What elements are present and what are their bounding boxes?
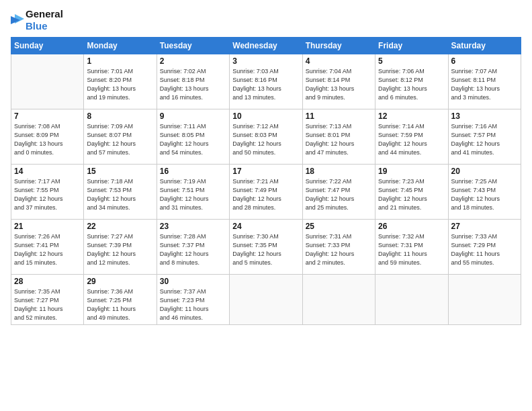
calendar-cell: 5Sunrise: 7:06 AM Sunset: 8:12 PM Daylig… [375,54,448,109]
day-info: Sunrise: 7:14 AM Sunset: 7:59 PM Dayligh… [378,122,445,157]
day-number: 22 [87,222,153,231]
day-info: Sunrise: 7:31 AM Sunset: 7:33 PM Dayligh… [306,232,372,267]
day-number: 11 [306,111,372,121]
day-info: Sunrise: 7:06 AM Sunset: 8:12 PM Dayligh… [378,67,445,102]
day-info: Sunrise: 7:01 AM Sunset: 8:20 PM Dayligh… [87,67,153,102]
day-number: 10 [232,111,299,121]
calendar-cell: 4Sunrise: 7:04 AM Sunset: 8:14 PM Daylig… [302,54,375,109]
logo-general-text: General [26,8,63,19]
day-number: 8 [87,111,153,121]
calendar-cell: 29Sunrise: 7:36 AM Sunset: 7:25 PM Dayli… [84,275,157,325]
page: GeneralBlue SundayMondayTuesdayWednesday… [0,0,532,411]
calendar-cell [448,275,521,325]
calendar-cell: 21Sunrise: 7:26 AM Sunset: 7:41 PM Dayli… [11,220,84,275]
calendar-cell [375,275,448,325]
weekday-header-saturday: Saturday [448,38,521,54]
day-info: Sunrise: 7:02 AM Sunset: 8:18 PM Dayligh… [160,67,226,102]
calendar-cell: 10Sunrise: 7:12 AM Sunset: 8:03 PM Dayli… [230,109,302,165]
calendar-cell: 16Sunrise: 7:19 AM Sunset: 7:51 PM Dayli… [157,165,229,220]
weekday-header-thursday: Thursday [302,38,375,54]
calendar-cell: 3Sunrise: 7:03 AM Sunset: 8:16 PM Daylig… [230,54,302,109]
header: GeneralBlue [11,8,521,32]
calendar-cell: 19Sunrise: 7:23 AM Sunset: 7:45 PM Dayli… [375,165,448,220]
calendar-cell: 20Sunrise: 7:25 AM Sunset: 7:43 PM Dayli… [448,165,521,220]
calendar-cell: 6Sunrise: 7:07 AM Sunset: 8:11 PM Daylig… [448,54,521,109]
day-info: Sunrise: 7:30 AM Sunset: 7:35 PM Dayligh… [232,232,299,267]
day-number: 6 [451,56,518,66]
weekday-header-friday: Friday [375,38,448,54]
calendar-cell: 24Sunrise: 7:30 AM Sunset: 7:35 PM Dayli… [230,220,302,275]
day-number: 20 [451,167,518,176]
day-number: 18 [306,167,372,176]
day-info: Sunrise: 7:12 AM Sunset: 8:03 PM Dayligh… [232,122,299,157]
day-info: Sunrise: 7:09 AM Sunset: 8:07 PM Dayligh… [87,122,153,157]
calendar-cell [230,275,302,325]
day-info: Sunrise: 7:27 AM Sunset: 7:39 PM Dayligh… [87,232,153,267]
day-info: Sunrise: 7:22 AM Sunset: 7:47 PM Dayligh… [306,177,372,212]
day-number: 28 [14,277,81,286]
weekday-header-row: SundayMondayTuesdayWednesdayThursdayFrid… [11,38,521,54]
weekday-header-sunday: Sunday [11,38,84,54]
day-number: 7 [14,111,81,121]
day-number: 30 [160,277,226,286]
calendar-cell: 8Sunrise: 7:09 AM Sunset: 8:07 PM Daylig… [84,109,157,165]
calendar-cell: 9Sunrise: 7:11 AM Sunset: 8:05 PM Daylig… [157,109,229,165]
calendar-cell: 18Sunrise: 7:22 AM Sunset: 7:47 PM Dayli… [302,165,375,220]
calendar-cell: 22Sunrise: 7:27 AM Sunset: 7:39 PM Dayli… [84,220,157,275]
logo: GeneralBlue [11,8,63,32]
week-row-1: 7Sunrise: 7:08 AM Sunset: 8:09 PM Daylig… [11,109,521,165]
calendar-cell: 23Sunrise: 7:28 AM Sunset: 7:37 PM Dayli… [157,220,229,275]
calendar-cell: 12Sunrise: 7:14 AM Sunset: 7:59 PM Dayli… [375,109,448,165]
day-info: Sunrise: 7:19 AM Sunset: 7:51 PM Dayligh… [160,177,226,212]
day-number: 16 [160,167,226,176]
day-number: 29 [87,277,153,286]
day-number: 9 [160,111,226,121]
day-info: Sunrise: 7:33 AM Sunset: 7:29 PM Dayligh… [451,232,518,267]
calendar-cell: 14Sunrise: 7:17 AM Sunset: 7:55 PM Dayli… [11,165,84,220]
logo-blue-text: Blue [26,20,48,32]
day-number: 26 [378,222,445,231]
day-number: 27 [451,222,518,231]
day-number: 19 [378,167,445,176]
calendar-cell: 26Sunrise: 7:32 AM Sunset: 7:31 PM Dayli… [375,220,448,275]
week-row-4: 28Sunrise: 7:35 AM Sunset: 7:27 PM Dayli… [11,275,521,325]
week-row-3: 21Sunrise: 7:26 AM Sunset: 7:41 PM Dayli… [11,220,521,275]
day-number: 1 [87,56,153,66]
day-number: 21 [14,222,81,231]
day-number: 23 [160,222,226,231]
day-number: 5 [378,56,445,66]
day-info: Sunrise: 7:32 AM Sunset: 7:31 PM Dayligh… [378,232,445,267]
day-number: 25 [306,222,372,231]
calendar-cell [11,54,84,109]
day-info: Sunrise: 7:08 AM Sunset: 8:09 PM Dayligh… [14,122,81,157]
day-info: Sunrise: 7:37 AM Sunset: 7:23 PM Dayligh… [160,287,226,322]
week-row-0: 1Sunrise: 7:01 AM Sunset: 8:20 PM Daylig… [11,54,521,109]
calendar-cell: 15Sunrise: 7:18 AM Sunset: 7:53 PM Dayli… [84,165,157,220]
day-number: 14 [14,167,81,176]
day-number: 2 [160,56,226,66]
day-info: Sunrise: 7:36 AM Sunset: 7:25 PM Dayligh… [87,287,153,322]
day-number: 3 [232,56,299,66]
week-row-2: 14Sunrise: 7:17 AM Sunset: 7:55 PM Dayli… [11,165,521,220]
day-info: Sunrise: 7:03 AM Sunset: 8:16 PM Dayligh… [232,67,299,102]
calendar-cell: 25Sunrise: 7:31 AM Sunset: 7:33 PM Dayli… [302,220,375,275]
day-info: Sunrise: 7:21 AM Sunset: 7:49 PM Dayligh… [232,177,299,212]
day-info: Sunrise: 7:16 AM Sunset: 7:57 PM Dayligh… [451,122,518,157]
calendar-cell [302,275,375,325]
calendar-cell: 17Sunrise: 7:21 AM Sunset: 7:49 PM Dayli… [230,165,302,220]
calendar-cell: 7Sunrise: 7:08 AM Sunset: 8:09 PM Daylig… [11,109,84,165]
logo-bird-icon [11,12,24,28]
day-number: 15 [87,167,153,176]
calendar-cell: 27Sunrise: 7:33 AM Sunset: 7:29 PM Dayli… [448,220,521,275]
day-number: 24 [232,222,299,231]
weekday-header-wednesday: Wednesday [230,38,302,54]
day-info: Sunrise: 7:17 AM Sunset: 7:55 PM Dayligh… [14,177,81,212]
day-info: Sunrise: 7:25 AM Sunset: 7:43 PM Dayligh… [451,177,518,212]
day-number: 13 [451,111,518,121]
day-info: Sunrise: 7:23 AM Sunset: 7:45 PM Dayligh… [378,177,445,212]
day-info: Sunrise: 7:18 AM Sunset: 7:53 PM Dayligh… [87,177,153,212]
weekday-header-tuesday: Tuesday [157,38,229,54]
day-info: Sunrise: 7:28 AM Sunset: 7:37 PM Dayligh… [160,232,226,267]
calendar-cell: 13Sunrise: 7:16 AM Sunset: 7:57 PM Dayli… [448,109,521,165]
calendar-cell: 1Sunrise: 7:01 AM Sunset: 8:20 PM Daylig… [84,54,157,109]
